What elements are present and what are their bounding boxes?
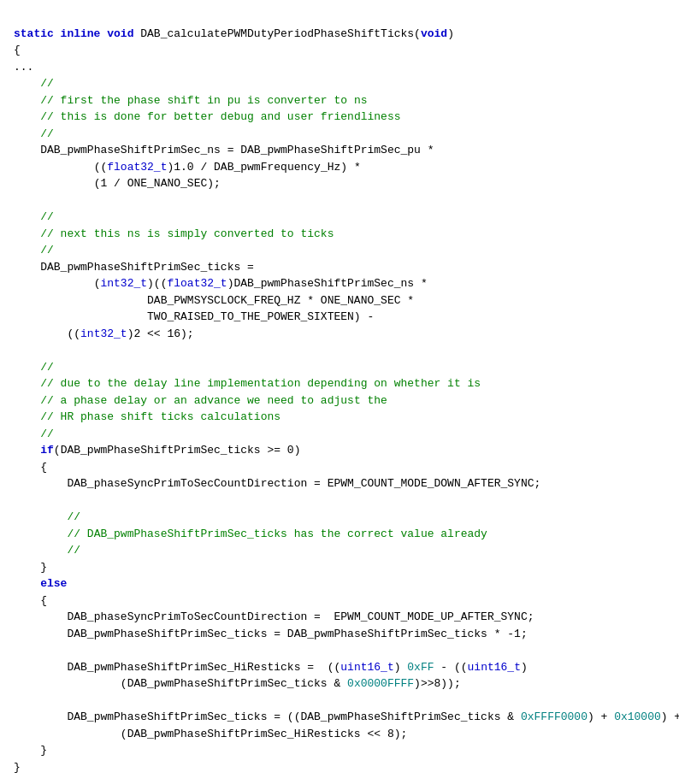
code-line-13: (DAB_pwmPhaseShiftPrimSec_ticks & 0x0000… [121,677,461,690]
comment-4: // [40,127,54,140]
code-line-4: DAB_pwmPhaseShiftPrimSec_ticks = [40,261,254,274]
code-line-14: DAB_pwmPhaseShiftPrimSec_ticks = ((DAB_p… [67,710,679,723]
keyword-void: void [100,27,133,40]
code-line-1: DAB_pwmPhaseShiftPrimSec_ns = DAB_pwmPha… [40,144,434,156]
comment-6: // next this ns is simply converted to t… [40,227,334,240]
comment-14: // DAB_pwmPhaseShiftPrimSec_ticks has th… [67,528,487,540]
keyword-inline: inline [54,27,101,40]
keyword-else: else [40,577,67,590]
comment-1: // [40,77,54,90]
code-line-6: DAB_PWMSYSCLOCK_FREQ_HZ * ONE_NANO_SEC * [147,294,414,307]
brace-open: { [14,44,21,56]
comment-7: // [40,244,54,256]
code-line-10: DAB_phaseSyncPrimToSecCountDirection = E… [67,610,534,623]
code-line-3: (1 / ONE_NANO_SEC); [94,177,221,190]
brace-if-open: { [40,461,47,474]
code-editor: static inline void DAB_calculatePWMDutyP… [14,9,665,775]
code-line-9: DAB_phaseSyncPrimToSecCountDirection = E… [67,477,540,490]
function-name: DAB_calculatePWMDutyPeriodPhaseShiftTick… [133,27,420,40]
comment-3: // this is done for better debug and use… [40,110,400,123]
keyword-void2: void [421,27,447,40]
comment-11: // HR phase shift ticks calculations [40,410,280,423]
code-line-7: TWO_RAISED_TO_THE_POWER_SIXTEEN) - [147,310,374,323]
code-line-15: (DAB_pwmPhaseShiftPrimSec_HiResticks << … [121,728,407,740]
brace-else-close: } [40,744,47,757]
comment-13: // [67,510,80,523]
code-line-2: ((float32_t)1.0 / DAB_pwmFrequency_Hz) * [94,161,361,174]
keyword-static: static [14,27,54,40]
comment-8: // [40,361,54,374]
comment-2: // first the phase shift in pu is conver… [40,94,367,107]
code-line-11: DAB_pwmPhaseShiftPrimSec_ticks = DAB_pwm… [67,628,527,640]
comment-5: // [40,210,54,223]
comment-10: // a phase delay or an advance we need t… [40,394,387,407]
code-if: if(DAB_pwmPhaseShiftPrimSec_ticks >= 0) [40,444,300,457]
brace-else-open: { [40,594,47,607]
comment-12: // [40,427,54,440]
ellipsis: ... [14,61,33,74]
brace-if-close: } [40,561,47,574]
code-line-5: (int32_t)((float32_t)DAB_pwmPhaseShiftPr… [94,277,428,290]
code-line-12: DAB_pwmPhaseShiftPrimSec_HiResticks = ((… [67,661,527,674]
brace-close: } [14,761,21,774]
comment-15: // [67,544,80,557]
comment-9: // due to the delay line implementation … [40,377,481,390]
code-line-8: ((int32_t)2 << 16); [67,327,193,340]
